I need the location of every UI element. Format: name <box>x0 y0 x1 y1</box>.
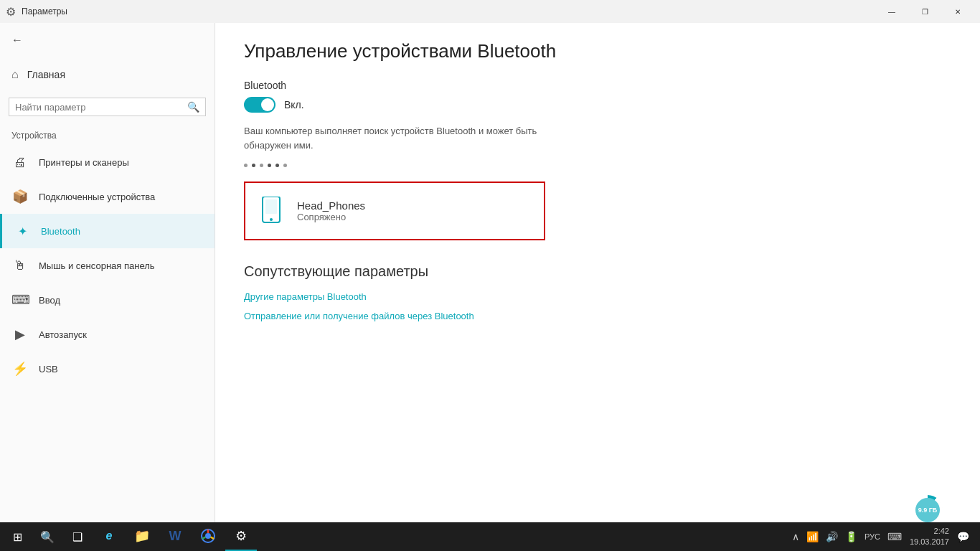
svg-rect-1 <box>265 199 277 214</box>
device-status: Сопряжено <box>297 212 532 222</box>
related-link-2[interactable]: Отправление или получение файлов через B… <box>244 311 951 321</box>
bluetooth-toggle[interactable] <box>244 97 275 113</box>
sidebar-item-printers[interactable]: 🖨 Принтеры и сканеры <box>0 145 215 179</box>
device-info: Head_Phones Сопряжено <box>297 199 532 222</box>
mouse-icon: 🖱 <box>11 258 29 273</box>
dot-3 <box>260 164 263 167</box>
app-container: ← ⌂ Главная 🔍 Устройства 🖨 Принтеры и ск… <box>0 23 980 522</box>
word-app[interactable]: W <box>159 522 191 551</box>
sidebar-label-printers: Принтеры и сканеры <box>39 157 129 168</box>
home-nav-item[interactable]: ⌂ Главная <box>0 57 215 92</box>
search-icon: 🔍 <box>187 101 199 113</box>
device-name: Head_Phones <box>297 199 532 212</box>
connected-icon: 📦 <box>11 189 29 204</box>
bluetooth-toggle-row: Вкл. <box>244 97 951 113</box>
keyboard-icon[interactable]: ⌨ <box>885 531 904 542</box>
sidebar-item-bluetooth[interactable]: ✦ Bluetooth <box>0 214 215 248</box>
dot-5 <box>275 164 279 167</box>
printers-icon: 🖨 <box>11 155 29 170</box>
search-button[interactable]: 🔍 <box>33 522 62 551</box>
toggle-track[interactable] <box>244 97 275 113</box>
sidebar-label-usb: USB <box>39 364 58 375</box>
sidebar-label-mouse: Мышь и сенсорная панель <box>39 260 155 271</box>
autostart-icon: ▶ <box>11 326 29 342</box>
search-input[interactable] <box>15 102 182 113</box>
related-title: Сопутствующие параметры <box>244 263 951 280</box>
minimize-button[interactable]: — <box>875 0 908 23</box>
window-controls: — ❐ ✕ <box>875 0 974 23</box>
svg-point-4 <box>205 533 211 539</box>
toggle-label: Вкл. <box>284 99 304 110</box>
sidebar-item-connected[interactable]: 📦 Подключенные устройства <box>0 179 215 214</box>
sidebar-item-mouse[interactable]: 🖱 Мышь и сенсорная панель <box>0 248 215 283</box>
close-button[interactable]: ✕ <box>941 0 974 23</box>
bluetooth-icon: ✦ <box>14 225 31 238</box>
chrome-app[interactable] <box>192 522 224 551</box>
bluetooth-section-label: Bluetooth <box>244 80 951 91</box>
edge-app[interactable]: e <box>93 522 125 551</box>
dot-2 <box>252 164 255 167</box>
home-icon: ⌂ <box>11 68 19 81</box>
sidebar-label-bluetooth: Bluetooth <box>41 226 80 237</box>
dot-4 <box>268 164 271 167</box>
disk-usage-badge: 9.9 ГБ <box>913 495 943 525</box>
dot-6 <box>283 164 287 167</box>
sidebar-label-connected: Подключенные устройства <box>39 192 155 202</box>
disk-usage-label: 9.9 ГБ <box>915 498 940 522</box>
titlebar: ⚙ Параметры — ❐ ✕ <box>0 0 980 23</box>
task-view-button[interactable]: ❑ <box>63 522 92 551</box>
dot-1 <box>244 164 248 167</box>
clock[interactable]: 2:42 19.03.2017 <box>907 526 952 548</box>
scanning-dots <box>244 164 951 167</box>
settings-app[interactable]: ⚙ <box>225 522 257 551</box>
clock-date: 19.03.2017 <box>910 537 949 547</box>
restore-button[interactable]: ❐ <box>908 0 941 23</box>
taskbar-right: ∧ 📶 🔊 🔋 РУС ⌨ 2:42 19.03.2017 💬 <box>790 526 977 548</box>
window-title: Параметры <box>22 6 67 17</box>
scanning-text: Ваш компьютер выполняет поиск устройств … <box>244 124 545 152</box>
svg-point-2 <box>270 218 273 221</box>
svg-line-6 <box>211 537 214 540</box>
svg-line-7 <box>202 537 205 540</box>
network-icon[interactable]: 📶 <box>804 531 821 542</box>
main-content: Управление устройствами Bluetooth Blueto… <box>215 23 980 522</box>
sidebar-item-autostart[interactable]: ▶ Автозапуск <box>0 317 215 352</box>
explorer-app[interactable]: 📁 <box>126 522 158 551</box>
taskbar: ⊞ 🔍 ❑ e 📁 W ⚙ ∧ 📶 🔊 🔋 РУС ⌨ 2:42 19.03.2… <box>0 522 980 551</box>
taskbar-left: ⊞ 🔍 ❑ e 📁 W ⚙ <box>3 522 257 551</box>
volume-icon[interactable]: 🔊 <box>824 531 840 542</box>
search-box[interactable]: 🔍 <box>9 98 206 116</box>
back-button[interactable]: ← <box>0 23 215 57</box>
toggle-thumb <box>261 98 274 111</box>
usb-icon: ⚡ <box>11 361 29 377</box>
sidebar-item-usb[interactable]: ⚡ USB <box>0 352 215 386</box>
page-title: Управление устройствами Bluetooth <box>244 40 951 62</box>
device-icon <box>257 193 286 229</box>
clock-time: 2:42 <box>934 526 949 537</box>
chevron-up-icon[interactable]: ∧ <box>790 531 801 542</box>
device-card[interactable]: Head_Phones Сопряжено <box>244 182 545 240</box>
sidebar-label-autostart: Автозапуск <box>39 329 87 340</box>
back-arrow-icon: ← <box>11 34 23 47</box>
sidebar-label-input: Ввод <box>39 295 60 306</box>
related-link-1[interactable]: Другие параметры Bluetooth <box>244 291 951 302</box>
sidebar-item-input[interactable]: ⌨ Ввод <box>0 283 215 317</box>
battery-icon[interactable]: 🔋 <box>843 531 859 542</box>
devices-section-label: Устройства <box>0 122 215 145</box>
sidebar: ← ⌂ Главная 🔍 Устройства 🖨 Принтеры и ск… <box>0 23 215 522</box>
home-label: Главная <box>27 69 65 80</box>
notification-icon[interactable]: 💬 <box>955 531 971 542</box>
lang-icon[interactable]: РУС <box>862 532 882 541</box>
start-button[interactable]: ⊞ <box>3 522 32 551</box>
app-icon: ⚙ <box>6 5 16 19</box>
input-icon: ⌨ <box>11 292 29 308</box>
